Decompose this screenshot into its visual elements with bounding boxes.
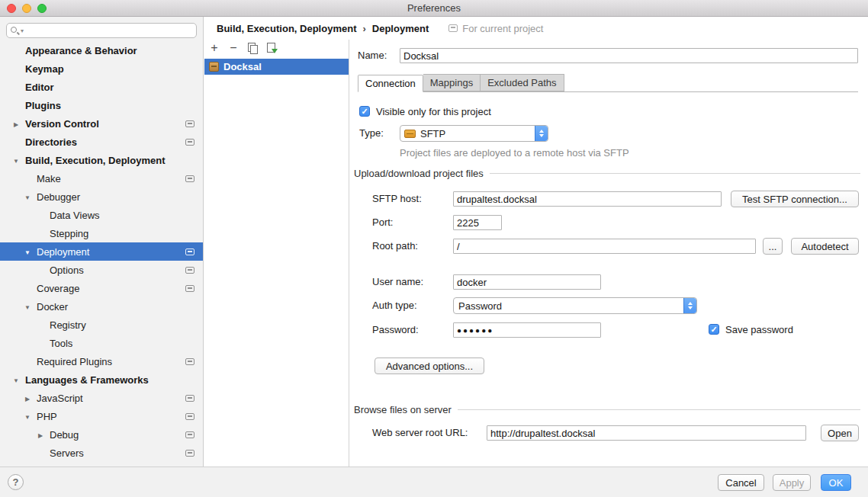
chevron-down-icon[interactable] [11, 370, 21, 389]
project-scope-icon [185, 248, 194, 255]
breadcrumb-separator: › [362, 23, 365, 34]
help-button[interactable]: ? [8, 474, 24, 490]
sidebar-item-appearance-behavior[interactable]: Appearance & Behavior [0, 41, 203, 59]
sidebar-item-required-plugins[interactable]: Required Plugins [0, 352, 203, 370]
project-scope-icon [185, 431, 194, 438]
zoom-button[interactable] [37, 4, 47, 13]
ok-button[interactable]: OK [821, 474, 851, 491]
scope-note: For current project [448, 23, 543, 34]
sidebar-item-version-control[interactable]: Version Control [0, 114, 203, 133]
port-row: Port: [350, 214, 868, 231]
minimize-button[interactable] [22, 4, 31, 13]
sidebar-item-coverage[interactable]: Coverage [0, 279, 203, 297]
test-sftp-connection-button[interactable]: Test SFTP connection... [731, 191, 859, 207]
tab-connection[interactable]: Connection [358, 75, 423, 92]
open-button[interactable]: Open [821, 425, 859, 441]
auth-type-row: Auth type: Password [350, 297, 868, 314]
settings-sidebar: ▾ Appearance & Behavior Keymap Editor Pl… [0, 17, 204, 467]
close-button[interactable] [7, 4, 16, 13]
project-scope-icon [185, 285, 194, 292]
user-name-field[interactable] [453, 274, 601, 290]
sidebar-item-build-execution-deployment[interactable]: Build, Execution, Deployment [0, 151, 203, 169]
sidebar-item-debugger[interactable]: Debugger [0, 188, 203, 206]
chevron-down-icon[interactable] [23, 407, 32, 425]
type-dropdown[interactable]: SFTP [400, 125, 548, 142]
settings-tree: Appearance & Behavior Keymap Editor Plug… [0, 41, 203, 462]
save-password-checkbox[interactable] [709, 324, 719, 335]
server-list-item-docksal[interactable]: Docksal [204, 59, 349, 75]
tab-mappings[interactable]: Mappings [423, 74, 481, 91]
sidebar-item-php[interactable]: PHP [0, 407, 203, 425]
breadcrumb: Build, Execution, Deployment › Deploymen… [204, 17, 868, 40]
sidebar-item-tools[interactable]: Tools [0, 334, 203, 352]
sftp-icon [404, 130, 416, 138]
paste-server-button[interactable] [265, 41, 278, 55]
chevron-right-icon[interactable] [23, 389, 32, 407]
sidebar-item-data-views[interactable]: Data Views [0, 206, 203, 224]
sidebar-item-label: Version Control [25, 118, 99, 130]
sidebar-item-make[interactable]: Make [0, 169, 203, 188]
sidebar-item-options[interactable]: Options [0, 261, 203, 279]
section-divider [490, 173, 860, 174]
browse-root-path-button[interactable]: ... [763, 238, 783, 255]
sidebar-item-debug[interactable]: Debug [0, 425, 203, 444]
sidebar-item-label: Plugins [25, 100, 61, 111]
browse-section-title: Browse files on server [354, 404, 452, 415]
sidebar-item-directories[interactable]: Directories [0, 133, 203, 151]
visible-only-checkbox[interactable] [359, 106, 370, 117]
root-path-field[interactable] [453, 239, 756, 254]
sidebar-item-keymap[interactable]: Keymap [0, 59, 203, 78]
sidebar-item-label: Data Views [50, 210, 100, 221]
apply-button[interactable]: Apply [773, 474, 811, 491]
copy-server-button[interactable] [246, 41, 259, 55]
cancel-button[interactable]: Cancel [718, 474, 764, 491]
sidebar-item-servers[interactable]: Servers [0, 444, 203, 462]
type-label: Type: [359, 125, 384, 142]
user-name-label: User name: [372, 274, 423, 290]
sidebar-item-label: Debugger [37, 191, 80, 203]
project-scope-icon [185, 175, 194, 182]
settings-search-input[interactable] [24, 25, 193, 37]
autodetect-button[interactable]: Autodetect [791, 238, 859, 255]
chevron-down-icon[interactable] [23, 297, 32, 316]
auth-type-dropdown[interactable]: Password [453, 297, 697, 314]
password-row: Password: Save password [350, 322, 868, 338]
name-field[interactable] [400, 48, 858, 63]
sidebar-item-label: Languages & Frameworks [25, 374, 149, 386]
sidebar-item-docker[interactable]: Docker [0, 297, 203, 316]
sidebar-item-languages-frameworks[interactable]: Languages & Frameworks [0, 370, 203, 389]
web-root-field[interactable] [487, 425, 806, 441]
settings-search[interactable]: ▾ [6, 23, 197, 38]
sidebar-item-label: Servers [50, 447, 84, 459]
sidebar-item-plugins[interactable]: Plugins [0, 96, 203, 114]
sidebar-item-javascript[interactable]: JavaScript [0, 389, 203, 407]
chevron-down-icon[interactable] [23, 242, 32, 261]
sidebar-item-deployment[interactable]: Deployment [0, 242, 203, 261]
sidebar-item-label: Tools [50, 338, 72, 349]
add-server-button[interactable] [207, 41, 221, 55]
sftp-host-field[interactable] [453, 191, 722, 207]
chevron-down-icon[interactable] [11, 151, 21, 169]
port-field[interactable] [453, 215, 502, 230]
password-field[interactable] [453, 322, 601, 338]
breadcrumb-parent[interactable]: Build, Execution, Deployment [217, 23, 356, 34]
chevron-right-icon[interactable] [11, 114, 21, 133]
sidebar-item-editor[interactable]: Editor [0, 78, 203, 96]
save-password-label[interactable]: Save password [725, 322, 793, 338]
upload-section-header: Upload/download project files [354, 167, 860, 179]
chevron-down-icon[interactable] [23, 188, 32, 206]
sidebar-item-label: JavaScript [37, 393, 83, 404]
sidebar-item-label: Docker [37, 301, 68, 313]
tab-excluded-paths[interactable]: Excluded Paths [481, 74, 564, 91]
advanced-options-button[interactable]: Advanced options... [375, 358, 484, 374]
chevron-right-icon[interactable] [36, 425, 45, 444]
project-scope-icon [185, 450, 194, 457]
visible-only-label[interactable]: Visible only for this project [376, 104, 491, 120]
sidebar-item-registry[interactable]: Registry [0, 316, 203, 334]
paste-icon [265, 41, 278, 55]
sidebar-item-label: Appearance & Behavior [25, 45, 137, 56]
scope-label: For current project [462, 23, 543, 34]
remove-server-button[interactable] [227, 41, 240, 55]
server-list-panel: Docksal [204, 40, 349, 467]
sidebar-item-stepping[interactable]: Stepping [0, 224, 203, 242]
